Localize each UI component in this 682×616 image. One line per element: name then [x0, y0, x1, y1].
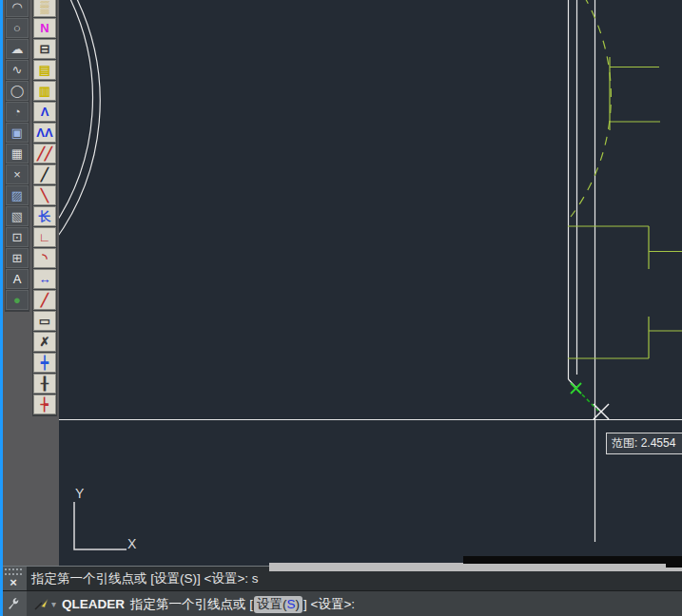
revcloud-button[interactable]: ☁ [6, 39, 29, 59]
point-pair-icon: ● [13, 294, 21, 306]
bottom-black-band [463, 556, 682, 564]
point-icon: × [13, 168, 21, 181]
divide-line-button[interactable]: ╱ [33, 164, 56, 184]
break-button[interactable]: ⊟ [33, 39, 56, 59]
snap-marker-icon [571, 383, 581, 394]
angle-single-icon: Λ [41, 106, 49, 118]
match-strip-2-icon: ▥ [39, 85, 50, 97]
match-strip-2-button[interactable]: ▥ [33, 81, 56, 101]
chip-hotkey: S [287, 597, 296, 611]
command-input-row[interactable]: ▾ QLEADER 指定第一个引线点或 [ 设置(S) ] <设置>: [0, 590, 682, 616]
table-icon: ⊞ [12, 252, 23, 264]
arc-edit-icon: ◝ [42, 252, 47, 264]
draw-toolbar: ◠○☁∿◯◔▣▦×▨▧⊡⊞A● [5, 0, 29, 312]
angle-double-button[interactable]: ΛΛ [33, 123, 56, 143]
angle-single-button[interactable]: Λ [33, 102, 56, 122]
make-block-button[interactable]: ▦ [6, 144, 29, 164]
chip-label-close: ) [296, 597, 301, 611]
prompt-text-before: 指定第一个引线点或 [ [130, 596, 253, 613]
fillet-button[interactable]: ∟ [33, 227, 56, 247]
point-button[interactable]: × [6, 164, 29, 184]
fillet-icon: ∟ [39, 231, 51, 243]
measure-h-icon: ┿ [41, 356, 49, 369]
table-button[interactable]: ⊞ [6, 248, 29, 268]
customize-wrench-icon[interactable] [7, 596, 21, 613]
arc-button[interactable]: ◠ [6, 0, 29, 17]
outer-arc [54, 0, 100, 241]
measure-h-button[interactable]: ┿ [33, 353, 56, 373]
break-icon: ⊟ [40, 43, 50, 55]
stretch-button[interactable]: ↔ [33, 269, 56, 289]
command-window-gutter-2 [0, 591, 27, 616]
circle-icon: ○ [13, 22, 21, 34]
partial-top-icon: ▒ [40, 1, 49, 13]
drawing-geometry: Y X [0, 0, 682, 566]
offset-tick-button[interactable]: ┾ [33, 395, 56, 414]
measure-v-icon: ╂ [41, 377, 49, 390]
active-command-name: QLEADER [62, 597, 125, 611]
region-icon: ⊡ [12, 231, 23, 243]
mtext-button[interactable]: A [6, 269, 29, 289]
bottom-black-notch [666, 556, 682, 568]
circle-button[interactable]: ○ [6, 18, 29, 38]
spline-icon: ∿ [12, 64, 23, 76]
settings-option-chip[interactable]: 设置(S) [254, 596, 302, 613]
measure-v-button[interactable]: ╂ [33, 374, 56, 394]
recent-commands-icon[interactable]: ▾ [33, 598, 56, 611]
stretch-icon: ↔ [39, 273, 51, 285]
dynamic-input-tooltip: 范围: 2.4554 [606, 433, 682, 454]
chevron-down-icon: ▾ [51, 599, 56, 609]
pedit-zigzag-icon: N [40, 22, 49, 34]
prompt-text-after: ] <设置>: [303, 596, 355, 613]
dock-edge-strip [0, 0, 3, 616]
angle-double-icon: ΛΛ [36, 126, 52, 139]
white-geometry [52, 0, 682, 542]
ucs-x-label: X [127, 536, 137, 551]
gradient-button[interactable]: ▧ [6, 206, 29, 226]
arc-edit-button[interactable]: ◝ [33, 248, 56, 268]
close-icon[interactable]: × [10, 575, 17, 590]
break-at-point-button[interactable]: ╱ [33, 290, 56, 310]
rect-grips-button[interactable]: ▭ [33, 311, 56, 331]
drag-grip-handle[interactable] [5, 568, 22, 575]
break-line-button[interactable]: ╲ [33, 185, 56, 205]
break-line-icon: ╲ [41, 189, 49, 202]
green-geometry [568, 0, 682, 358]
partial-top-button[interactable]: ▒ [33, 0, 56, 17]
match-strip-1-icon: ▤ [39, 64, 50, 76]
left-toolbar-dock: ◠○☁∿◯◔▣▦×▨▧⊡⊞A● ▒N⊟▤▥ΛΛΛ╱╱╱╲长∟◝↔╱▭✗┿╂┾ [3, 0, 59, 566]
command-prompt-line: ▾ QLEADER 指定第一个引线点或 [ 设置(S) ] <设置>: [27, 591, 355, 616]
chip-label: 设置( [257, 597, 287, 611]
ellipse-arc-button[interactable]: ◔ [6, 102, 29, 122]
ellipse-button[interactable]: ◯ [6, 81, 29, 101]
region-button[interactable]: ⊡ [6, 227, 29, 247]
command-history-line: 指定第一个引线点或 [设置(S)] <设置>: s [27, 567, 259, 590]
lengthen-button[interactable]: 长 [33, 206, 56, 226]
insert-block-button[interactable]: ▣ [6, 123, 29, 143]
point-pair-button[interactable]: ● [6, 290, 29, 310]
insert-block-icon: ▣ [11, 126, 23, 139]
diagonal-lines-button[interactable]: ╱╱ [33, 144, 56, 164]
trim-cross-button[interactable]: ✗ [33, 332, 56, 352]
divide-line-icon: ╱ [41, 168, 49, 181]
make-block-icon: ▦ [11, 147, 23, 160]
trim-cross-icon: ✗ [40, 336, 50, 348]
ellipse-arc-icon: ◔ [13, 106, 21, 118]
pedit-zigzag-button[interactable]: N [33, 18, 56, 38]
ellipse-icon: ◯ [10, 85, 25, 97]
bottom-grey-strip [269, 563, 682, 571]
mtext-icon: A [13, 273, 22, 285]
lengthen-icon: 长 [39, 210, 51, 222]
match-strip-1-button[interactable]: ▤ [33, 60, 56, 80]
spline-button[interactable]: ∿ [6, 60, 29, 80]
rect-grips-icon: ▭ [39, 315, 50, 327]
arc-icon: ◠ [11, 1, 22, 13]
diagonal-lines-icon: ╱╱ [37, 147, 52, 160]
ucs-y-label: Y [75, 486, 85, 501]
ucs-icon: Y X [74, 486, 137, 551]
crosshair-cursor-icon [594, 404, 609, 419]
gradient-icon: ▧ [11, 210, 23, 222]
command-window: × 指定第一个引线点或 [设置(S)] <设置>: s ▾ QLEADER 指定… [0, 566, 682, 616]
modify-toolbar: ▒N⊟▤▥ΛΛΛ╱╱╱╲长∟◝↔╱▭✗┿╂┾ [32, 0, 57, 416]
hatch-button[interactable]: ▨ [6, 185, 29, 205]
